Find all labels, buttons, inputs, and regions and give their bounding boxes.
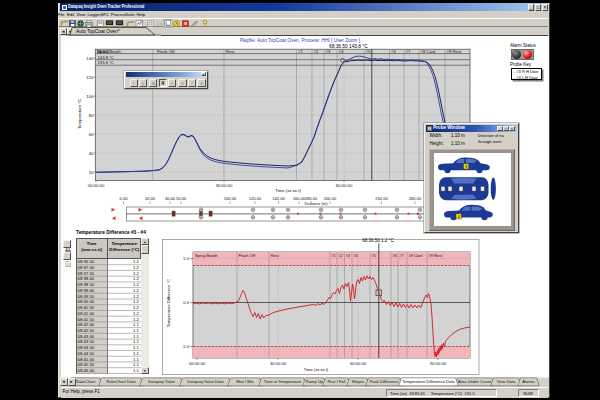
svg-text:250.00: 250.00	[375, 196, 388, 201]
svg-text:#1: #1	[331, 253, 336, 258]
svg-text:#9 Rest: #9 Rest	[428, 253, 443, 258]
svg-text:#1: #1	[298, 49, 303, 54]
svg-text:100: 100	[86, 94, 94, 99]
svg-text:#3: #3	[346, 253, 351, 258]
svg-text:Ramp Up: Ramp Up	[306, 379, 324, 384]
svg-text:#8 Cool: #8 Cool	[421, 49, 436, 54]
svg-text:Temperature °C: Temperature °C	[77, 99, 82, 129]
svg-text:#8 Cool: #8 Cool	[408, 253, 422, 258]
svg-text:#6: #6	[391, 49, 396, 54]
svg-text:140.00: 140.00	[272, 196, 285, 201]
svg-text:14.0°C: 14.0°C	[97, 49, 110, 54]
svg-text:80: 80	[89, 113, 94, 118]
svg-text:200.00: 200.00	[324, 196, 337, 201]
svg-text:20.00: 20.00	[145, 196, 156, 201]
svg-text:0.0: 0.0	[183, 300, 189, 305]
svg-text:#7: #7	[406, 49, 411, 54]
svg-text:RakeChart Data: RakeChart Data	[106, 379, 136, 384]
svg-text:120: 120	[86, 75, 94, 80]
svg-text:Rest: Rest	[226, 49, 236, 54]
svg-text:120.00: 120.00	[249, 196, 262, 201]
svg-text:5.0: 5.0	[183, 256, 189, 261]
svg-text:#9 Rest: #9 Rest	[447, 49, 463, 54]
svg-text:Spray Booth: Spray Booth	[195, 253, 218, 258]
svg-text:50.00: 50.00	[176, 196, 187, 201]
svg-text:180.00: 180.00	[305, 196, 318, 201]
svg-text:20: 20	[89, 170, 94, 175]
svg-text:Slopes: Slopes	[352, 379, 365, 384]
svg-text:Flash Off: Flash Off	[157, 49, 175, 54]
svg-text:Auto TopCoat Oven*: Auto TopCoat Oven*	[76, 29, 120, 34]
svg-text:00:00.00: 00:00.00	[88, 183, 105, 188]
svg-text:Datapaq Value Data: Datapaq Value Data	[187, 379, 224, 384]
svg-text:Area Under Curve: Area Under Curve	[458, 379, 492, 384]
svg-text:#6: #6	[392, 253, 397, 258]
svg-text:60:00.00: 60:00.00	[350, 361, 367, 366]
svg-text:#5: #5	[371, 253, 376, 258]
svg-text:135.6 °C: 135.6 °C	[98, 60, 114, 65]
svg-text:Flash Off: Flash Off	[239, 253, 256, 258]
svg-text:-5.0: -5.0	[182, 344, 190, 349]
svg-text:Temperature Difference °C: Temperature Difference °C	[166, 279, 171, 327]
svg-text:60: 60	[89, 132, 94, 137]
svg-text:30:00.00: 30:00.00	[216, 183, 233, 188]
svg-text:40: 40	[89, 151, 94, 156]
svg-text:Rest: Rest	[271, 253, 280, 258]
svg-text:Rise I Fall: Rise I Fall	[327, 379, 345, 384]
svg-text:00:00.00: 00:00.00	[189, 361, 206, 366]
svg-text:#5: #5	[366, 49, 371, 54]
svg-text:143.8 °C: 143.8 °C	[98, 55, 114, 60]
svg-text:68:36.50 1.2 °C: 68:36.50 1.2 °C	[362, 238, 394, 243]
svg-text:View Data: View Data	[497, 379, 516, 384]
svg-text:140: 140	[86, 56, 94, 61]
svg-text:#7: #7	[399, 253, 404, 258]
svg-text:Datapaq Value: Datapaq Value	[148, 379, 176, 384]
svg-text:#2: #2	[314, 49, 319, 54]
svg-text:Peak Difference: Peak Difference	[369, 379, 399, 384]
svg-text:4: 4	[457, 215, 459, 219]
svg-text:0.00: 0.00	[120, 196, 129, 201]
svg-text:90:00.00: 90:00.00	[430, 361, 447, 366]
svg-text:Max I Min: Max I Min	[236, 379, 254, 384]
svg-text:100.00: 100.00	[224, 196, 237, 201]
svg-text:Time (xx:xx.t): Time (xx:xx.t)	[304, 367, 329, 372]
svg-text:30:00.00: 30:00.00	[270, 361, 287, 366]
svg-text:Alarms: Alarms	[522, 379, 535, 384]
svg-text:#4: #4	[353, 253, 358, 258]
svg-text:280.00: 280.00	[409, 196, 422, 201]
svg-text:40.00: 40.00	[165, 196, 176, 201]
svg-text:3: 3	[465, 165, 467, 169]
svg-text:RakeChart: RakeChart	[76, 379, 96, 384]
svg-text:Distance (m): Distance (m)	[304, 201, 328, 206]
svg-text:60:00.00: 60:00.00	[336, 183, 353, 188]
svg-text:#4: #4	[339, 49, 344, 54]
svg-text:Temperature Difference Data: Temperature Difference Data	[402, 379, 455, 384]
svg-text:Time at Temperature: Time at Temperature	[264, 379, 302, 384]
svg-text:#2: #2	[338, 253, 343, 258]
svg-text:#3: #3	[326, 49, 331, 54]
